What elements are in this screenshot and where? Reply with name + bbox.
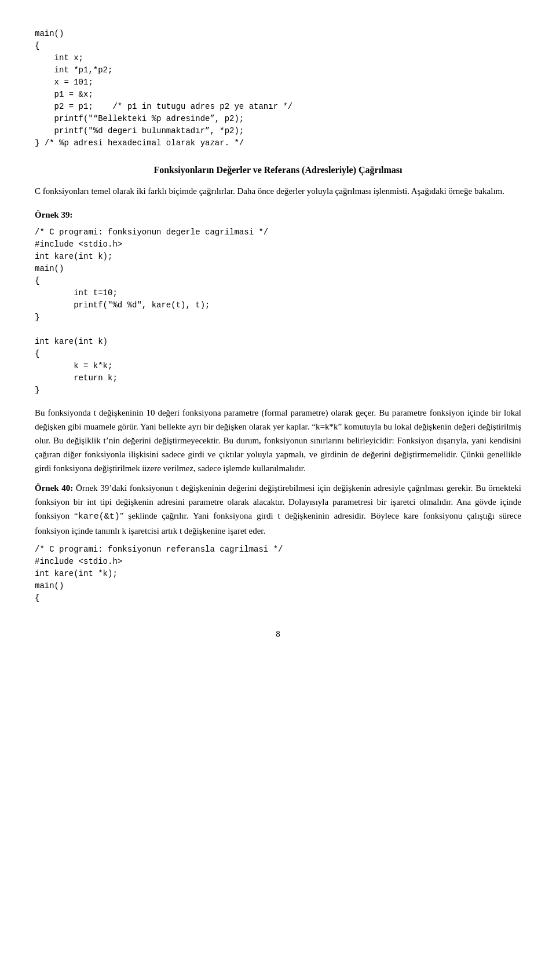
example40-heading-inline: Örnek 40:: [35, 483, 73, 493]
page-number: 8: [35, 627, 521, 641]
code-block-1: main() { int x; int *p1,*p2; x = 101; p1…: [35, 28, 521, 149]
main-content: main() { int x; int *p1,*p2; x = 101; p1…: [35, 28, 521, 640]
section-heading: Fonksiyonların Değerler ve Referans (Adr…: [35, 163, 521, 177]
paragraph-2: Bu fonksiyonda t değişkeninin 10 değeri …: [35, 406, 521, 475]
code-inline-kare: kare(&t): [78, 512, 120, 522]
code-block-2: /* C programi: fonksiyonun degerle cagri…: [35, 226, 521, 397]
example39-heading: Örnek 39:: [35, 208, 521, 222]
paragraph-1: C fonksiyonları temel olarak iki farklı …: [35, 184, 521, 198]
paragraph-3: Örnek 40: Örnek 39’daki fonksiyonun t de…: [35, 481, 521, 538]
code-block-3: /* C programi: fonksiyonun referansla ca…: [35, 544, 521, 604]
